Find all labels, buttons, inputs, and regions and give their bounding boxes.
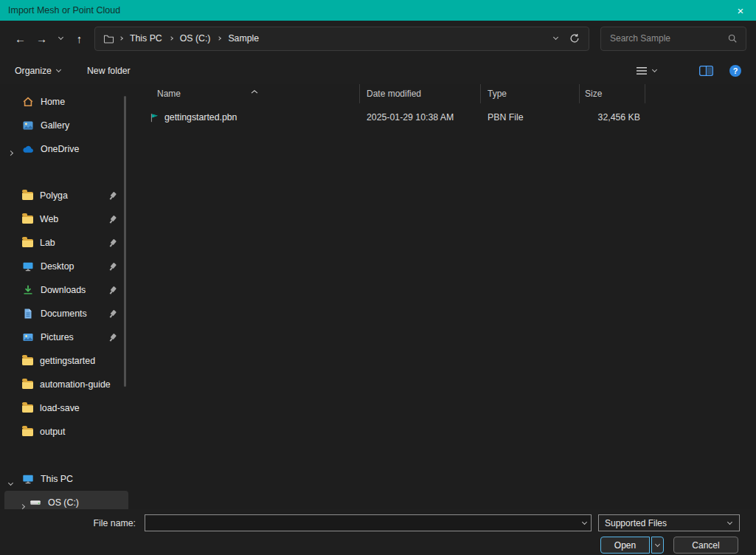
sidebar-scrollbar[interactable] [124, 96, 126, 387]
sidebar-item-automation-guide[interactable]: automation-guide [0, 373, 133, 396]
breadcrumb-this-pc[interactable]: This PC [128, 33, 164, 44]
expand-chevron-icon[interactable] [21, 500, 24, 509]
new-folder-button[interactable]: New folder [87, 66, 131, 76]
pin-icon [107, 285, 118, 296]
address-bar[interactable]: This PC OS (C:) Sample [94, 27, 589, 51]
sidebar-label: load-save [40, 403, 80, 413]
sidebar-item-gallery[interactable]: Gallery [0, 114, 133, 137]
collapse-chevron-icon[interactable] [9, 477, 13, 487]
window-title: Import Mesh or Point Cloud [8, 5, 120, 15]
sidebar-label: Lab [40, 238, 55, 248]
sidebar-item-home[interactable]: Home [0, 90, 133, 114]
file-name-dropdown-icon[interactable] [578, 515, 591, 531]
breadcrumb-os-c[interactable]: OS (C:) [178, 33, 213, 44]
preview-pane-button[interactable] [699, 66, 713, 76]
breadcrumb-separator-icon [218, 36, 222, 41]
open-split-button: Open [600, 537, 664, 554]
question-mark-icon: ? [733, 66, 738, 75]
pin-icon [107, 190, 118, 201]
cancel-button[interactable]: Cancel [673, 537, 738, 554]
sidebar-item-onedrive[interactable]: OneDrive [0, 137, 133, 161]
navigation-pane: Home Gallery OneDrive Polyga [0, 84, 133, 509]
file-size: 32,456 KB [580, 112, 645, 123]
close-button[interactable]: × [725, 0, 756, 21]
search-input[interactable] [608, 32, 726, 44]
file-row-gettingstarted-pbn[interactable]: gettingstarted.pbn 2025-01-29 10:38 AM P… [133, 106, 756, 128]
file-list-pane: Name Date modified Type Size [133, 84, 756, 509]
sidebar-label: Desktop [41, 261, 74, 272]
sidebar-label: Documents [41, 308, 87, 319]
dialog-content: Home Gallery OneDrive Polyga [0, 84, 756, 509]
sort-ascending-icon [251, 86, 258, 96]
recent-locations-button[interactable] [52, 27, 69, 50]
sidebar-item-polyga[interactable]: Polyga [0, 184, 133, 207]
pin-icon [107, 261, 118, 272]
open-dropdown-button[interactable] [651, 537, 664, 554]
chevron-down-icon [655, 541, 660, 546]
preview-pane-icon [699, 66, 713, 76]
up-button[interactable]: ↑ [69, 27, 90, 50]
file-type-value: Supported Files [605, 518, 667, 528]
open-button[interactable]: Open [600, 537, 650, 554]
chevron-down-icon [652, 67, 657, 72]
sidebar-item-desktop[interactable]: Desktop [0, 255, 133, 278]
column-header-type[interactable]: Type [481, 84, 580, 103]
breadcrumb-separator-icon [119, 36, 123, 41]
sidebar-label: OneDrive [41, 144, 79, 154]
sidebar-label: This PC [41, 474, 73, 484]
folder-icon [22, 192, 33, 200]
column-header-name[interactable]: Name [133, 84, 360, 103]
sidebar-item-load-save[interactable]: load-save [0, 396, 133, 420]
help-button[interactable]: ? [729, 65, 741, 77]
folder-icon [22, 428, 33, 436]
downloads-icon [22, 284, 34, 296]
back-button[interactable]: ← [10, 27, 31, 50]
title-bar: Import Mesh or Point Cloud × [0, 0, 756, 21]
chevron-down-icon [58, 35, 63, 40]
back-icon: ← [15, 32, 26, 45]
file-type: PBN File [481, 112, 580, 123]
sidebar-item-gettingstarted[interactable]: gettingstarted [0, 349, 133, 373]
file-type-combo[interactable]: Supported Files [598, 514, 740, 531]
gallery-icon [22, 120, 34, 131]
file-name-label: File name: [87, 518, 136, 528]
close-icon: × [738, 4, 744, 17]
sidebar-label: Polyga [40, 190, 68, 201]
search-icon [726, 32, 738, 44]
sidebar-item-this-pc[interactable]: This PC [0, 467, 133, 491]
pbn-file-icon [150, 113, 159, 123]
details-view-icon [636, 66, 648, 76]
sidebar-item-lab[interactable]: Lab [0, 231, 133, 255]
import-file-dialog: Import Mesh or Point Cloud × ← → ↑ This … [0, 0, 756, 555]
pictures-icon [22, 331, 34, 343]
sidebar-item-web[interactable]: Web [0, 207, 133, 231]
pin-icon [107, 214, 118, 225]
pin-icon [107, 238, 118, 249]
sidebar-label: Pictures [41, 332, 74, 342]
organize-button[interactable]: Organize [15, 66, 60, 76]
expand-chevron-icon[interactable] [9, 147, 13, 157]
file-type-dropdown-icon [723, 515, 736, 531]
organize-label: Organize [15, 66, 52, 76]
sidebar-item-documents[interactable]: Documents [0, 302, 133, 325]
column-header-date-modified[interactable]: Date modified [360, 84, 481, 103]
forward-button[interactable]: → [31, 27, 52, 50]
breadcrumb-sample[interactable]: Sample [226, 33, 261, 44]
file-date-modified: 2025-01-29 10:38 AM [360, 112, 481, 123]
search-box[interactable] [600, 27, 746, 51]
file-name-combo[interactable] [145, 514, 592, 531]
file-name-input[interactable] [145, 518, 578, 528]
refresh-button[interactable] [569, 33, 580, 44]
column-header-size[interactable]: Size [580, 84, 645, 103]
sidebar-item-output[interactable]: output [0, 420, 133, 444]
home-icon [22, 96, 34, 108]
navigation-bar: ← → ↑ This PC OS (C:) Sample [0, 21, 756, 56]
view-options-button[interactable] [636, 66, 656, 76]
sidebar-item-os-c[interactable]: OS (C:) [4, 491, 128, 509]
folder-icon [22, 357, 33, 365]
address-dropdown-icon[interactable] [553, 35, 558, 40]
sidebar-item-downloads[interactable]: Downloads [0, 278, 133, 302]
sidebar-label: gettingstarted [40, 356, 95, 366]
breadcrumb-separator-icon [169, 36, 173, 41]
sidebar-item-pictures[interactable]: Pictures [0, 325, 133, 349]
